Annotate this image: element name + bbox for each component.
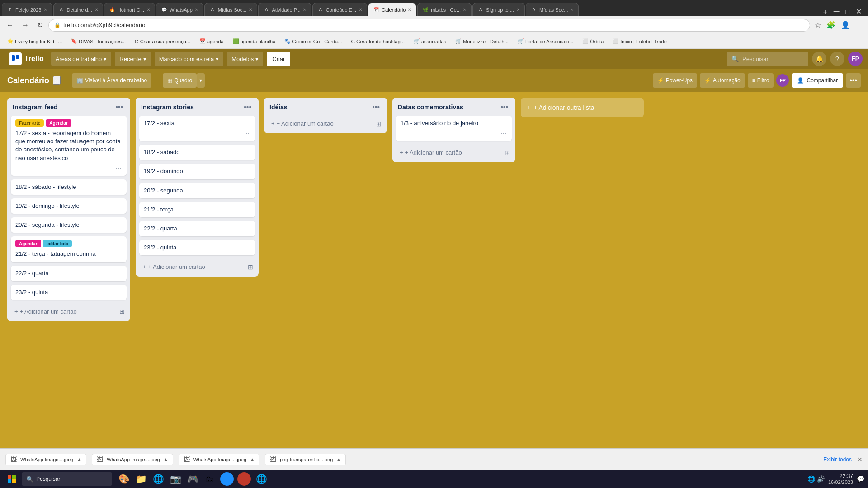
- taskbar-app-photoshop[interactable]: 🎨: [116, 471, 132, 487]
- add-card-template-button[interactable]: ⊞: [246, 262, 255, 272]
- card-card5[interactable]: Agendareditar foto 21/2 - terça - tatuag…: [11, 236, 127, 262]
- card-action-button[interactable]: ⋯: [500, 129, 507, 137]
- taskbar-app-files[interactable]: 🗂: [202, 471, 218, 487]
- bookmark-inicio-|-futebol-trade[interactable]: ⬜Inicio | Futebol Trade: [609, 38, 670, 45]
- volume-icon[interactable]: 🔊: [817, 475, 825, 483]
- download-item[interactable]: 🖼 WhatsApp Image....jpeg ▲: [5, 454, 86, 465]
- download-chevron-icon[interactable]: ▲: [250, 457, 255, 462]
- download-item[interactable]: 🖼 WhatsApp Image....jpeg ▲: [179, 454, 259, 465]
- user-avatar[interactable]: FP: [848, 52, 863, 66]
- card-s6[interactable]: 22/2 - quarta: [139, 221, 255, 236]
- card-card1[interactable]: Fazer arteAgendar 17/2 - sexta - reporta…: [11, 116, 127, 176]
- notifications-button[interactable]: 🔔: [812, 52, 826, 66]
- card-d1[interactable]: 1/3 - aniversário rio de janeiro ⋯: [396, 116, 512, 141]
- back-button[interactable]: ←: [4, 19, 16, 31]
- visibility-button[interactable]: 🏢 Visível à Área de trabalho: [72, 73, 151, 88]
- tab-close-icon[interactable]: ✕: [195, 7, 198, 12]
- tab-close-icon[interactable]: ✕: [44, 7, 47, 12]
- modelos-button[interactable]: Modelos ▾: [227, 52, 263, 66]
- tab-tab10[interactable]: A Sign up to ... ✕: [472, 3, 525, 16]
- maximize-button[interactable]: □: [843, 8, 852, 15]
- taskbar-app-app1[interactable]: [220, 472, 234, 486]
- bookmark-portal-de-associado...[interactable]: 🛒Portal de Associado...: [514, 38, 577, 45]
- download-chevron-icon[interactable]: ▲: [164, 457, 168, 462]
- compartilhar-button[interactable]: 👤 Compartilhar: [792, 73, 843, 88]
- tab-tab11[interactable]: A Mídias Soc... ✕: [526, 3, 579, 16]
- add-card-button[interactable]: + + Adicionar um cartão: [11, 305, 118, 318]
- system-clock[interactable]: 22:37 16/02/2023: [828, 473, 853, 485]
- tab-close-icon[interactable]: ✕: [359, 7, 362, 12]
- criar-button[interactable]: Criar: [267, 52, 290, 66]
- board-view-button[interactable]: ▦ Quadro: [163, 73, 197, 88]
- list-menu-button[interactable]: •••: [242, 102, 253, 112]
- tab-tab4[interactable]: 💬 WhatsApp ✕: [156, 3, 203, 16]
- show-all-downloads-button[interactable]: Exibir todos: [823, 456, 852, 463]
- card-s7[interactable]: 23/2 - quinta: [139, 240, 255, 255]
- taskbar-app-chrome[interactable]: 🌐: [150, 471, 166, 487]
- tab-tab8[interactable]: 📅 Calendário ✕: [368, 3, 416, 16]
- card-s3[interactable]: 19/2 - domingo: [139, 164, 255, 179]
- card-action-button[interactable]: ⋯: [115, 164, 122, 172]
- tab-close-icon[interactable]: ✕: [463, 7, 467, 12]
- card-card6[interactable]: 22/2 - quarta: [11, 266, 127, 281]
- bookmark-groomer-go---cardã...[interactable]: 🐾Groomer Go - Cardã...: [281, 38, 345, 45]
- download-item[interactable]: 🖼 png-transparent-c....png ▲: [265, 454, 346, 465]
- extensions-button[interactable]: 🧩: [825, 19, 837, 31]
- network-icon[interactable]: 🌐: [807, 475, 815, 483]
- taskbar-app-lightroom[interactable]: 📷: [167, 471, 184, 487]
- taskbar-app-app2[interactable]: [237, 472, 251, 486]
- minimize-button[interactable]: ─: [831, 7, 842, 16]
- card-card2[interactable]: 18/2 - sábado - lifestyle: [11, 179, 127, 195]
- bookmark-associadas[interactable]: 🛒associadas: [410, 38, 450, 45]
- view-dropdown-button[interactable]: ▾: [197, 73, 205, 88]
- bookmark-órbita[interactable]: ⬜Órbita: [579, 38, 607, 45]
- card-s5[interactable]: 21/2 - terça: [139, 202, 255, 217]
- marcado-button[interactable]: Marcado com estrela ▾: [155, 52, 223, 66]
- notification-center-icon[interactable]: 💬: [857, 475, 864, 483]
- card-s2[interactable]: 18/2 - sábado: [139, 145, 255, 160]
- card-card7[interactable]: 23/2 - quinta: [11, 285, 127, 300]
- taskbar-app-explorer[interactable]: 📁: [133, 471, 149, 487]
- tab-close-icon[interactable]: ✕: [249, 7, 252, 12]
- add-card-template-button[interactable]: ⊞: [503, 147, 512, 158]
- filtro-button[interactable]: ≡ Filtro: [748, 73, 774, 88]
- areas-de-trabalho-button[interactable]: Áreas de trabalho ▾: [51, 52, 112, 66]
- tab-tab7[interactable]: A Conteúdo E... ✕: [312, 3, 367, 16]
- recente-button[interactable]: Recente ▾: [115, 52, 151, 66]
- bookmark-agenda-planilha[interactable]: 🟩agenda planilha: [229, 38, 279, 45]
- tab-tab2[interactable]: A Detalhe d... ✕: [53, 3, 103, 16]
- card-card3[interactable]: 19/2 - domingo - lifestyle: [11, 198, 127, 214]
- tab-close-icon[interactable]: ✕: [146, 7, 150, 12]
- bookmark-everything-for-kid-t...[interactable]: ⭐Everything for Kid T...: [4, 38, 66, 45]
- bookmark-monetizze---detalh...[interactable]: 🛒Monetizze - Detalh...: [452, 38, 512, 45]
- add-card-template-button[interactable]: ⊞: [118, 306, 127, 317]
- download-item[interactable]: 🖼 WhatsApp Image....jpeg ▲: [92, 454, 173, 465]
- list-menu-button[interactable]: •••: [113, 102, 125, 112]
- board-star-button[interactable]: ☆: [53, 76, 61, 85]
- refresh-button[interactable]: ↻: [34, 19, 46, 31]
- tab-close-icon[interactable]: ✕: [516, 7, 520, 12]
- automacao-button[interactable]: ⚡ Automação: [700, 73, 745, 88]
- tab-tab1[interactable]: 🗓 Felejo 2023 ✕: [2, 3, 52, 16]
- add-card-template-button[interactable]: ⊞: [374, 118, 383, 129]
- taskbar-app-chrome2[interactable]: 🌐: [253, 471, 269, 487]
- card-card4[interactable]: 20/2 - segunda - lifestyle: [11, 217, 127, 233]
- address-bar[interactable]: 🔒 trello.com/b/gXjrh9cl/calendário: [48, 19, 810, 32]
- tab-close-icon[interactable]: ✕: [94, 7, 98, 12]
- tab-tab5[interactable]: A Mídias Soc... ✕: [204, 3, 258, 16]
- close-button[interactable]: ✕: [853, 7, 864, 16]
- add-card-button[interactable]: + + Adicionar um cartão: [139, 261, 246, 273]
- bookmark-agenda[interactable]: 📅agenda: [196, 38, 227, 45]
- download-chevron-icon[interactable]: ▲: [77, 457, 81, 462]
- add-list-button[interactable]: ++ Adicionar outra lista: [521, 98, 644, 117]
- close-downloads-button[interactable]: ✕: [857, 456, 863, 463]
- tab-tab9[interactable]: 🌿 mLabs | Ge... ✕: [417, 3, 472, 16]
- help-button[interactable]: ?: [830, 52, 844, 66]
- add-card-button[interactable]: + + Adicionar um cartão: [268, 117, 374, 130]
- tab-tab6[interactable]: A Atividade P... ✕: [258, 3, 311, 16]
- tab-close-icon[interactable]: ✕: [303, 7, 307, 12]
- search-bar[interactable]: 🔍 Pesquisar: [727, 52, 808, 66]
- bookmark-criar-a-sua-presença...[interactable]: GCriar a sua presença...: [131, 38, 194, 45]
- nav-menu-button[interactable]: ⋮: [854, 19, 864, 31]
- new-tab-button[interactable]: +: [819, 8, 830, 16]
